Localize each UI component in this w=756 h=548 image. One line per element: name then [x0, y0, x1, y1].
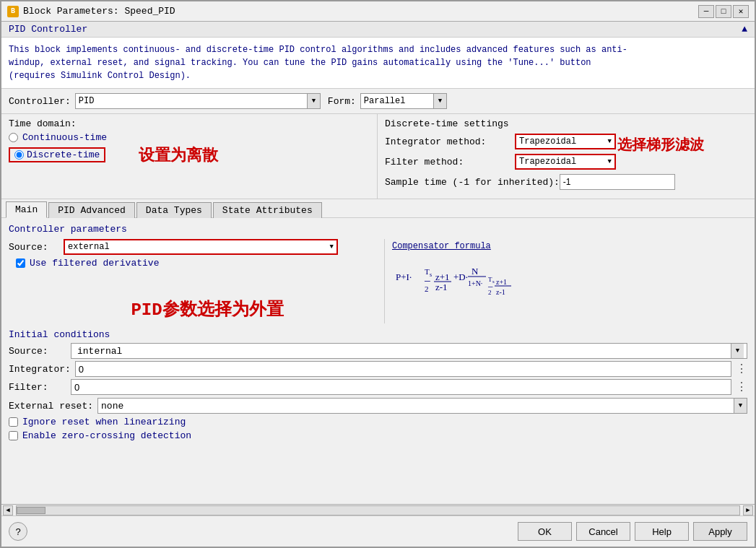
window-icon: B	[7, 6, 19, 17]
controller-form-row: Controller: PID ▼ Form: Parallel ▼	[1, 89, 755, 114]
ok-button[interactable]: OK	[518, 522, 572, 541]
params-right: Compensator formula P+I· T s ─ 2 z+1 z-1…	[384, 239, 747, 323]
ic-filter-row: Filter: ⋮	[9, 379, 747, 395]
time-domain-panel: Time domain: Continuous-time Discrete-ti…	[1, 114, 377, 199]
discrete-settings-panel: Discrete-time settings Integrator method…	[377, 114, 755, 199]
section-header-label: PID Controller	[9, 24, 87, 35]
ignore-reset-label: Ignore reset when linearizing	[22, 417, 186, 427]
external-reset-dropdown-arrow[interactable]: ▼	[734, 399, 747, 413]
sample-time-label: Sample time (-1 for inherited):	[385, 177, 560, 188]
continuous-radio-row: Continuous-time	[9, 132, 370, 143]
apply-button[interactable]: Apply	[693, 522, 747, 541]
controller-dropdown-arrow[interactable]: ▼	[307, 94, 320, 108]
ic-integrator-menu[interactable]: ⋮	[736, 362, 747, 376]
mid-section: Time domain: Continuous-time Discrete-ti…	[1, 114, 755, 199]
ic-filter-menu[interactable]: ⋮	[736, 380, 747, 394]
formula-svg: P+I· T s ─ 2 z+1 z-1 +D· N 1+N· T s	[392, 258, 638, 316]
controller-select[interactable]: PID ▼	[75, 93, 321, 109]
help-button[interactable]: Help	[635, 522, 689, 541]
horizontal-scrollbar: ◀ ▶	[1, 504, 755, 516]
filter-method-row: Filter method: Trapezoidal ▼	[385, 154, 747, 170]
svg-text:z+1: z+1	[435, 271, 450, 282]
controller-label: Controller:	[9, 96, 71, 107]
form-dropdown-arrow[interactable]: ▼	[433, 94, 446, 108]
main-window: B Block Parameters: Speed_PID ─ □ ✕ PID …	[0, 0, 756, 548]
maximize-button[interactable]: □	[716, 5, 731, 18]
continuous-radio[interactable]	[9, 133, 18, 142]
ignore-reset-checkbox[interactable]	[9, 417, 18, 427]
initial-conditions: Initial conditions Source: internal ▼ In…	[9, 329, 747, 395]
source-dropdown-arrow[interactable]: ▼	[330, 243, 334, 251]
section-header: PID Controller ▲	[1, 22, 755, 38]
tab-state-attributes[interactable]: State Attributes	[213, 202, 322, 218]
close-button[interactable]: ✕	[733, 5, 749, 18]
compensator-formula-link[interactable]: Compensator formula	[392, 241, 491, 251]
discrete-annotation: 设置为离散	[139, 144, 218, 166]
svg-text:1+N·: 1+N·	[468, 279, 482, 287]
time-domain-label: Time domain:	[9, 118, 370, 129]
discrete-label: Discrete-time	[27, 149, 100, 160]
filter-method-select[interactable]: Trapezoidal ▼	[515, 154, 616, 170]
source-select[interactable]: external ▼	[64, 239, 338, 255]
tab-pid-advanced[interactable]: PID Advanced	[48, 202, 135, 218]
ic-integrator-input[interactable]	[75, 361, 731, 377]
minimize-button[interactable]: ─	[698, 5, 714, 18]
source-label: Source:	[9, 242, 59, 253]
form-row: Form: Parallel ▼	[328, 93, 447, 109]
scroll-left-button[interactable]: ◀	[3, 505, 13, 516]
controller-row: Controller: PID ▼	[9, 93, 321, 109]
tab-data-types[interactable]: Data Types	[136, 202, 212, 218]
enable-zero-checkbox[interactable]	[9, 431, 18, 440]
help-icon-button[interactable]: ?	[9, 522, 27, 541]
scrollbar-track[interactable]	[16, 505, 740, 516]
params-split: Source: external ▼ Use filtered derivati…	[9, 239, 747, 323]
continuous-label: Continuous-time	[22, 132, 107, 143]
title-bar-left: B Block Parameters: Speed_PID	[7, 6, 175, 17]
integrator-method-label: Integrator method:	[385, 136, 515, 147]
scroll-right-button[interactable]: ▶	[743, 505, 753, 516]
ic-source-value: internal	[74, 346, 731, 357]
form-select[interactable]: Parallel ▼	[360, 93, 447, 109]
external-reset-select[interactable]: none ▼	[97, 398, 747, 414]
compensator-link-area: Compensator formula	[392, 240, 747, 251]
svg-text:+D·: +D·	[453, 271, 468, 282]
use-filtered-checkbox[interactable]	[16, 258, 25, 268]
ic-source-dropdown-arrow[interactable]: ▼	[731, 344, 744, 358]
controller-params-title: Controller parameters	[9, 224, 747, 235]
ic-integrator-label: Integrator:	[9, 364, 71, 375]
ic-source-select[interactable]: internal ▼	[71, 343, 747, 359]
source-value: external	[68, 242, 110, 252]
integrator-dropdown-arrow[interactable]: ▼	[608, 138, 612, 145]
svg-text:z-1: z-1	[496, 288, 505, 296]
cancel-button[interactable]: Cancel	[576, 522, 630, 541]
filter-method-value: Trapezoidal	[519, 157, 576, 167]
svg-text:2: 2	[425, 284, 429, 293]
sample-time-input[interactable]	[560, 174, 675, 190]
window-controls: ─ □ ✕	[698, 5, 749, 18]
ic-source-label: Source:	[9, 346, 66, 357]
external-reset-value: none	[98, 401, 734, 412]
pid-annotation: PID参数选择为外置	[30, 297, 384, 321]
svg-text:s: s	[492, 279, 495, 284]
filter-dropdown-arrow[interactable]: ▼	[608, 158, 612, 165]
discrete-radio[interactable]	[14, 150, 24, 160]
ic-filter-label: Filter:	[9, 382, 66, 393]
filter-method-label: Filter method:	[385, 157, 515, 168]
tab-content-main: Controller parameters Source: external ▼…	[1, 218, 755, 504]
description-area: This block implements continuous- and di…	[1, 38, 755, 89]
ignore-reset-row: Ignore reset when linearizing	[9, 417, 747, 427]
tabs-area: Main PID Advanced Data Types State Attri…	[1, 199, 755, 218]
svg-text:P+I·: P+I·	[396, 271, 412, 282]
enable-zero-label: Enable zero-crossing detection	[22, 430, 191, 441]
initial-conditions-label: Initial conditions	[9, 329, 747, 340]
collapse-icon[interactable]: ▲	[742, 24, 747, 35]
ic-filter-input[interactable]	[71, 379, 731, 395]
scrollbar-thumb[interactable]	[17, 507, 45, 514]
ic-integrator-row: Integrator: ⋮	[9, 361, 747, 377]
tab-main[interactable]: Main	[6, 201, 47, 218]
description-line2: windup, external reset, and signal track…	[9, 56, 747, 69]
button-row: ? OK Cancel Help Apply	[1, 516, 755, 547]
tabs-row: Main PID Advanced Data Types State Attri…	[1, 201, 755, 217]
svg-text:z+1: z+1	[496, 278, 507, 286]
integrator-method-select[interactable]: Trapezoidal ▼	[515, 134, 616, 149]
